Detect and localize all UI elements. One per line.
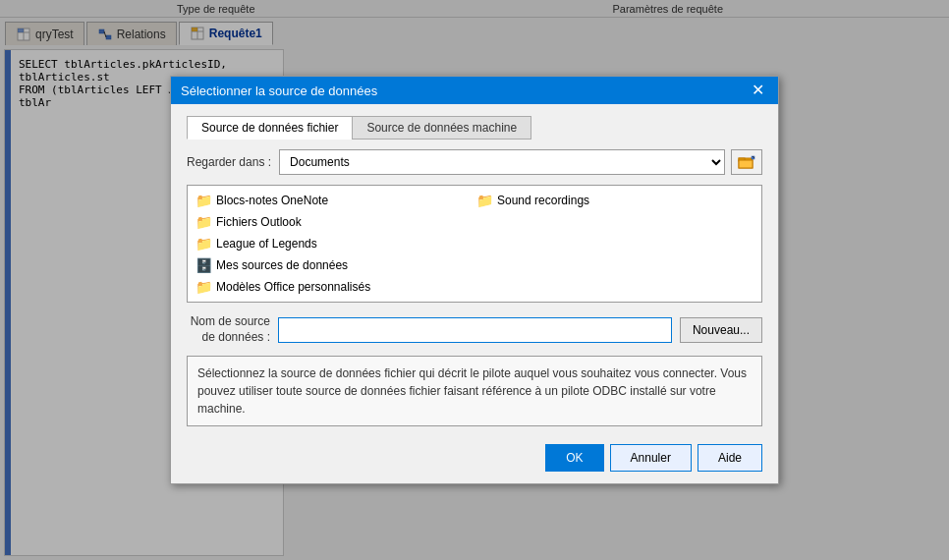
file-item-blocs-notes-label: Blocs-notes OneNote	[216, 194, 328, 207]
name-row: Nom de source de données : Nouveau...	[187, 314, 762, 345]
look-in-select-wrapper: Documents	[279, 149, 725, 175]
look-in-label: Regarder dans :	[187, 155, 271, 169]
folder-icon-modeles: 📁	[195, 279, 212, 295]
file-column-1: 📁 Blocs-notes OneNote 📁 Fichiers Outlook…	[194, 192, 474, 296]
modal-overlay: Sélectionner la source de données ✕ Sour…	[0, 0, 949, 560]
file-item-mes-sources[interactable]: 🗄️ Mes sources de données	[194, 256, 474, 274]
description-box: Sélectionnez la source de données fichie…	[187, 356, 762, 426]
dialog-title: Sélectionner la source de données	[181, 84, 377, 98]
dialog-close-button[interactable]: ✕	[748, 83, 768, 98]
file-list[interactable]: 📁 Blocs-notes OneNote 📁 Fichiers Outlook…	[187, 185, 762, 303]
file-column-2: 📁 Sound recordings	[474, 192, 755, 296]
ok-button[interactable]: OK	[545, 444, 603, 472]
file-item-fichiers-outlook-label: Fichiers Outlook	[216, 215, 302, 229]
name-label-line1: Nom de source	[191, 314, 270, 328]
open-folder-icon	[738, 154, 755, 170]
dialog-buttons: OK Annuler Aide	[187, 440, 762, 472]
browse-folder-button[interactable]	[731, 149, 762, 175]
file-item-sound-recordings[interactable]: 📁 Sound recordings	[474, 192, 755, 209]
file-item-modeles[interactable]: 📁 Modèles Office personnalisés	[194, 278, 474, 296]
folder-icon-mes-sources: 🗄️	[195, 257, 212, 273]
file-item-league[interactable]: 📁 League of Legends	[194, 235, 474, 252]
tab-source-fichier[interactable]: Source de données fichier	[187, 116, 352, 140]
file-item-sound-recordings-label: Sound recordings	[497, 194, 589, 207]
new-button[interactable]: Nouveau...	[680, 317, 762, 343]
dialog-tabs: Source de données fichier Source de donn…	[187, 116, 762, 140]
help-button[interactable]: Aide	[698, 444, 762, 472]
dialog-body: Source de données fichier Source de donn…	[171, 104, 778, 482]
look-in-row: Regarder dans : Documents	[187, 149, 762, 175]
file-item-modeles-label: Modèles Office personnalisés	[216, 280, 370, 294]
tab-source-machine-label: Source de données machine	[366, 121, 517, 135]
look-in-select[interactable]: Documents	[279, 149, 725, 175]
file-item-fichiers-outlook[interactable]: 📁 Fichiers Outlook	[194, 213, 474, 231]
folder-icon-league: 📁	[195, 236, 212, 252]
description-text: Sélectionnez la source de données fichie…	[197, 366, 747, 416]
file-item-league-label: League of Legends	[216, 237, 317, 251]
folder-icon-sound-recordings: 📁	[476, 193, 493, 208]
name-input[interactable]	[278, 317, 672, 343]
folder-icon-fichiers-outlook: 📁	[195, 214, 212, 230]
main-window: Type de requête Paramètres de requête qr…	[0, 0, 949, 560]
name-label: Nom de source de données :	[187, 314, 270, 345]
tab-source-fichier-label: Source de données fichier	[201, 121, 338, 135]
svg-rect-13	[739, 160, 753, 168]
cancel-button[interactable]: Annuler	[610, 444, 692, 472]
file-item-mes-sources-label: Mes sources de données	[216, 258, 348, 272]
file-item-blocs-notes[interactable]: 📁 Blocs-notes OneNote	[194, 192, 474, 209]
dialog: Sélectionner la source de données ✕ Sour…	[170, 76, 779, 483]
tab-source-machine[interactable]: Source de données machine	[352, 116, 531, 140]
name-label-line2: de données :	[202, 330, 270, 344]
folder-icon-blocs-notes: 📁	[195, 193, 212, 208]
dialog-titlebar: Sélectionner la source de données ✕	[171, 77, 778, 104]
